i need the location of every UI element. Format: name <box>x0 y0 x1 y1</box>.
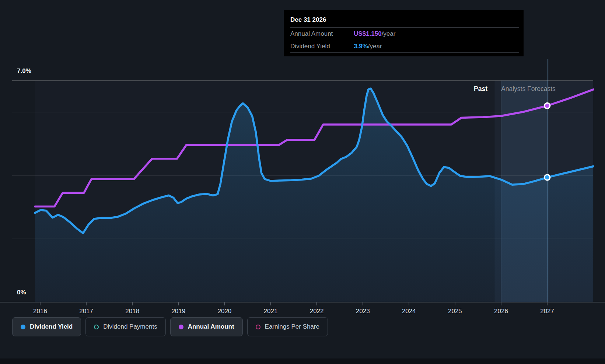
x-axis-label-2021: 2021 <box>258 308 284 315</box>
tooltip-row-dividend-yield: Dividend Yield 3.9% /year <box>290 40 519 53</box>
legend-button-annual-amount[interactable]: Annual Amount <box>170 317 243 336</box>
bottom-bar <box>0 358 605 364</box>
legend-button-dividend-yield[interactable]: Dividend Yield <box>12 317 81 336</box>
past-zone-label: Past <box>425 85 487 93</box>
tooltip-annual-value: US$1.150 <box>354 30 382 38</box>
legend-label: Dividend Payments <box>103 323 157 330</box>
legend-label: Annual Amount <box>188 323 234 330</box>
x-axis-label-2027: 2027 <box>534 308 560 315</box>
tooltip-yield-label: Dividend Yield <box>290 43 354 50</box>
x-axis-label-2016: 2016 <box>27 308 53 315</box>
x-axis-label-2020: 2020 <box>211 308 237 315</box>
forecast-zone-label: Analysts Forecasts <box>501 85 556 93</box>
x-axis-label-2024: 2024 <box>396 308 422 315</box>
tooltip-annual-suffix: /year <box>382 30 396 38</box>
chart-legend: Dividend YieldDividend PaymentsAnnual Am… <box>12 317 328 336</box>
x-axis-label-2026: 2026 <box>488 308 514 315</box>
legend-button-dividend-payments[interactable]: Dividend Payments <box>85 317 165 336</box>
y-axis-zero-label: 0% <box>17 289 26 296</box>
legend-dot-icon <box>94 325 99 329</box>
legend-button-earnings-per-share[interactable]: Earnings Per Share <box>247 317 328 336</box>
tooltip-date: Dec 31 2026 <box>290 14 519 28</box>
x-axis-label-2018: 2018 <box>119 308 145 315</box>
x-axis-label-2017: 2017 <box>73 308 99 315</box>
tooltip-row-annual-amount: Annual Amount US$1.150 /year <box>290 28 519 40</box>
y-axis-top-label: 7.0% <box>17 67 31 75</box>
tooltip-yield-suffix: /year <box>368 43 382 50</box>
legend-label: Dividend Yield <box>30 323 73 330</box>
dividend-history-chart-page: 7.0% 0% Past Analysts Forecasts 20162017… <box>0 0 605 364</box>
legend-dot-icon <box>179 325 183 329</box>
x-axis-label-2022: 2022 <box>304 308 330 315</box>
x-axis-label-2023: 2023 <box>350 308 376 315</box>
marker-dividend_yield <box>545 175 550 180</box>
legend-label: Earnings Per Share <box>265 323 319 330</box>
tooltip-annual-label: Annual Amount <box>290 30 354 38</box>
chart-tooltip: Dec 31 2026 Annual Amount US$1.150 /year… <box>284 10 524 56</box>
legend-dot-icon <box>256 325 260 329</box>
x-axis-label-2025: 2025 <box>442 308 468 315</box>
tooltip-yield-value: 3.9% <box>354 43 368 50</box>
x-axis-label-2019: 2019 <box>165 308 191 315</box>
legend-dot-icon <box>21 325 25 329</box>
marker-annual_amount <box>545 103 550 108</box>
